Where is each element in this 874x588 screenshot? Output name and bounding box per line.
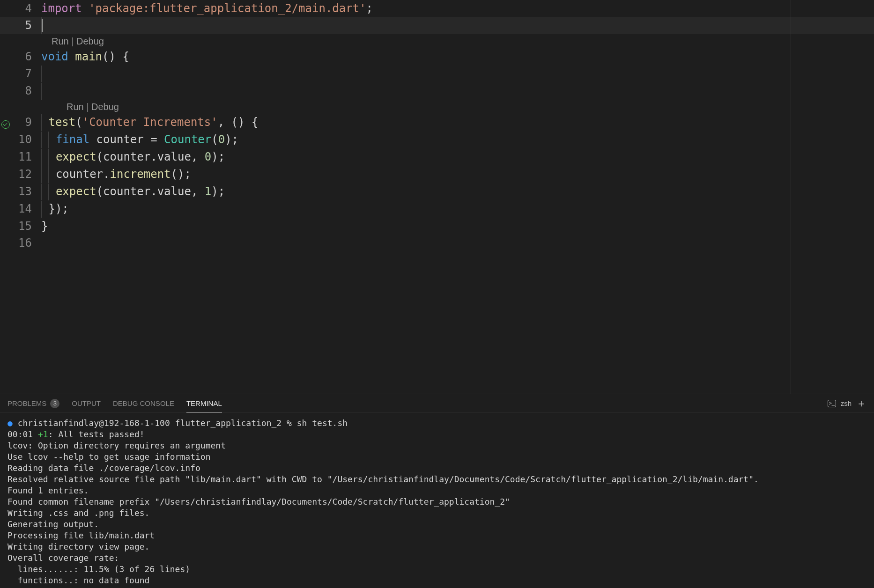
prompt-command: sh test.sh (297, 418, 348, 428)
number-literal: 0 (218, 133, 225, 146)
prompt-userhost: christianfindlay@192-168-1-100 (13, 418, 170, 428)
keyword-void: void (41, 50, 68, 63)
prompt-status-icon: ● (7, 418, 13, 428)
terminal-line: Found common filename prefix "/Users/chr… (7, 497, 510, 507)
code-line[interactable]: 6 void main() { (0, 48, 874, 65)
prompt-symbol: % (281, 418, 297, 428)
punctuation: } (41, 220, 48, 233)
line-number: 15 (11, 218, 41, 235)
code-line[interactable]: 16 (0, 235, 874, 251)
editor-ruler (791, 0, 791, 394)
code-line[interactable]: 10 final counter = Counter(0); (0, 131, 874, 148)
code-content[interactable]: } (41, 218, 874, 235)
function-test: test (48, 116, 75, 129)
panel-actions: >_ zsh ＋ (828, 398, 867, 409)
editor-area[interactable]: 4 import 'package:flutter_application_2/… (0, 0, 874, 394)
code-line[interactable]: 8 (0, 82, 874, 100)
code-line[interactable]: 13 expect(counter.value, 1); (0, 183, 874, 200)
tab-output-label: OUTPUT (72, 399, 101, 407)
problems-count-badge: 3 (50, 399, 59, 408)
tab-problems[interactable]: PROBLEMS 3 (7, 394, 59, 412)
terminal-body[interactable]: ● christianfindlay@192-168-1-100 flutter… (0, 413, 874, 588)
tab-debug-console[interactable]: DEBUG CONSOLE (113, 394, 174, 412)
test-pass-icon[interactable] (1, 120, 10, 129)
code-content[interactable]: expect(counter.value, 0); (41, 148, 874, 166)
function-expect: expect (56, 150, 96, 163)
line-number: 4 (11, 0, 41, 17)
terminal-line: lines......: 11.5% (3 of 26 lines) (7, 564, 190, 574)
line-number: 16 (11, 235, 41, 251)
type-counter: Counter (164, 133, 211, 146)
line-number: 9 (11, 114, 41, 131)
string-literal: 'Counter Increments' (82, 116, 218, 129)
tab-debug-console-label: DEBUG CONSOLE (113, 399, 174, 407)
code-line[interactable]: 11 expect(counter.value, 0); (0, 148, 874, 166)
panel-tabs: PROBLEMS 3 OUTPUT DEBUG CONSOLE TERMINAL… (0, 394, 874, 413)
line-number: 6 (11, 48, 41, 65)
code-content[interactable] (41, 82, 874, 100)
tab-output[interactable]: OUTPUT (72, 394, 101, 412)
terminal-line: Writing .css and .png files. (7, 508, 149, 518)
punctuation: ( (75, 116, 82, 129)
code-line[interactable]: 12 counter.increment(); (0, 166, 874, 183)
punctuation: ); (211, 185, 225, 198)
code-content[interactable]: import 'package:flutter_application_2/ma… (41, 0, 874, 17)
operator: = (150, 133, 164, 146)
new-terminal-icon[interactable]: ＋ (856, 398, 867, 409)
terminal-line: Reading data file ./coverage/lcov.info (7, 463, 200, 473)
arguments: (counter.value, (96, 185, 205, 198)
tab-terminal-label: TERMINAL (186, 399, 222, 407)
code-line[interactable]: 9 test('Counter Increments', () { (0, 114, 874, 131)
terminal-line: Use lcov --help to get usage information (7, 452, 210, 462)
code-line-current[interactable]: 5 (0, 17, 874, 34)
codelens-debug[interactable]: Debug (76, 36, 104, 46)
code-line[interactable]: 14 }); (0, 200, 874, 218)
code-content[interactable]: counter.increment(); (41, 166, 874, 183)
line-number: 11 (11, 148, 41, 165)
code-content[interactable] (41, 17, 874, 34)
gutter[interactable] (0, 114, 11, 131)
code-line[interactable]: 15 } (0, 218, 874, 235)
codelens-test: Run | Debug (0, 100, 874, 114)
identifier: counter. (56, 168, 110, 181)
code-content[interactable] (41, 65, 874, 82)
line-number: 14 (11, 200, 41, 217)
code-content[interactable]: expect(counter.value, 1); (41, 183, 874, 200)
terminal-line: functions..: no data found (7, 575, 149, 585)
string-literal: 'package:flutter_application_2/main.dart… (89, 2, 366, 15)
keyword-import: import (41, 2, 82, 15)
punctuation: (); (171, 168, 191, 181)
punctuation: ); (211, 150, 225, 163)
punctuation: }); (48, 202, 68, 215)
line-number: 7 (11, 65, 41, 82)
identifier: counter (89, 133, 150, 146)
terminal-line: 00:01 (7, 429, 38, 439)
tab-terminal[interactable]: TERMINAL (186, 394, 222, 412)
semicolon: ; (366, 2, 373, 15)
test-pass-count: +1 (38, 429, 48, 439)
terminal-shell-icon[interactable]: >_ (828, 400, 836, 407)
codelens-run[interactable]: Run (67, 102, 84, 112)
code-content[interactable]: final counter = Counter(0); (41, 131, 874, 148)
code-content[interactable]: test('Counter Increments', () { (41, 114, 874, 131)
terminal-line: Overall coverage rate: (7, 553, 119, 563)
terminal-line: Writing directory view page. (7, 542, 149, 551)
punctuation: () { (102, 50, 129, 63)
code-content[interactable]: }); (41, 200, 874, 218)
terminal-line: Resolved relative source file path "lib/… (7, 474, 759, 484)
terminal-line: Generating output. (7, 519, 99, 529)
tab-problems-label: PROBLEMS (7, 399, 46, 407)
terminal-line: Found 1 entries. (7, 485, 89, 495)
function-expect: expect (56, 185, 96, 198)
number-literal: 1 (205, 185, 211, 198)
shell-name[interactable]: zsh (841, 399, 852, 407)
terminal-line: : All tests passed! (48, 429, 145, 439)
codelens-debug[interactable]: Debug (91, 102, 119, 112)
code-line[interactable]: 7 (0, 65, 874, 82)
codelens-run[interactable]: Run (52, 36, 69, 46)
codelens-separator: | (84, 102, 91, 112)
bottom-panel: PROBLEMS 3 OUTPUT DEBUG CONSOLE TERMINAL… (0, 394, 874, 588)
code-line[interactable]: 4 import 'package:flutter_application_2/… (0, 0, 874, 17)
code-content[interactable]: void main() { (41, 48, 874, 65)
number-literal: 0 (205, 150, 211, 163)
